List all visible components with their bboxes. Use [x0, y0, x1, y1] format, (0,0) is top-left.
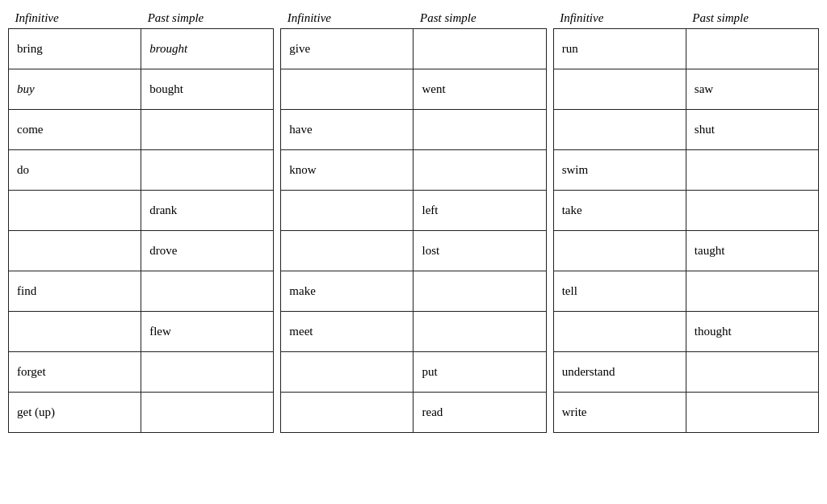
past-simple-cell: [414, 271, 546, 312]
past-simple-cell: brought: [141, 29, 274, 69]
table-row: make: [281, 271, 546, 312]
table-row: understand: [553, 352, 818, 393]
past-simple-cell: [141, 150, 274, 191]
table-row: have: [281, 110, 546, 150]
infinitive-cell: [281, 69, 414, 110]
table-row: buybought: [9, 69, 274, 110]
table-row: give: [281, 29, 546, 69]
past-simple-cell: [141, 110, 274, 150]
infinitive-cell: [281, 393, 414, 433]
past-simple-cell: [686, 191, 818, 231]
past-simple-cell: bought: [141, 69, 274, 110]
past-simple-cell: [686, 393, 818, 433]
table-row: meet: [281, 312, 546, 352]
table-row: left: [281, 191, 546, 231]
tables-container: InfinitivePast simplebringbroughtbuyboug…: [8, 8, 819, 433]
past-simple-cell: [686, 271, 818, 312]
infinitive-cell: [9, 312, 141, 352]
infinitive-cell: [9, 191, 141, 231]
infinitive-cell: run: [553, 29, 686, 69]
past-simple-cell: [414, 110, 546, 150]
infinitive-cell: [553, 312, 686, 352]
infinitive-cell: [281, 231, 414, 271]
past-simple-cell: left: [414, 191, 546, 231]
table-row: put: [281, 352, 546, 393]
past-simple-cell: [141, 352, 274, 393]
table-row: write: [553, 393, 818, 433]
infinitive-cell: buy: [9, 69, 141, 110]
past-simple-cell: [686, 150, 818, 191]
infinitive-cell: tell: [553, 271, 686, 312]
table-row: shut: [553, 110, 818, 150]
past-simple-cell: [686, 29, 818, 69]
table-row: taught: [553, 231, 818, 271]
infinitive-cell: forget: [9, 352, 141, 393]
infinitive-cell: [281, 352, 414, 393]
past-simple-cell: [414, 29, 546, 69]
table-row: do: [9, 150, 274, 191]
past-simple-cell: [686, 352, 818, 393]
header-past-simple-table-3: Past simple: [686, 8, 818, 29]
infinitive-cell: write: [553, 393, 686, 433]
table-row: went: [281, 69, 546, 110]
infinitive-cell: have: [281, 110, 414, 150]
infinitive-cell: come: [9, 110, 141, 150]
table-row: tell: [553, 271, 818, 312]
infinitive-cell: swim: [553, 150, 686, 191]
verb-table-3: InfinitivePast simplerunsawshutswimtaket…: [553, 8, 819, 433]
page-wrapper: InfinitivePast simplebringbroughtbuyboug…: [8, 8, 819, 433]
infinitive-cell: take: [553, 191, 686, 231]
table-row: flew: [9, 312, 274, 352]
past-simple-cell: saw: [686, 69, 818, 110]
verb-table-1: InfinitivePast simplebringbroughtbuyboug…: [8, 8, 274, 433]
infinitive-cell: [553, 231, 686, 271]
infinitive-cell: [9, 231, 141, 271]
infinitive-cell: [553, 69, 686, 110]
infinitive-cell: find: [9, 271, 141, 312]
infinitive-cell: [553, 110, 686, 150]
past-simple-cell: [414, 312, 546, 352]
table-row: find: [9, 271, 274, 312]
table-row: saw: [553, 69, 818, 110]
infinitive-cell: bring: [9, 29, 141, 69]
past-simple-cell: went: [414, 69, 546, 110]
table-row: take: [553, 191, 818, 231]
table-row: forget: [9, 352, 274, 393]
table-row: thought: [553, 312, 818, 352]
past-simple-cell: put: [414, 352, 546, 393]
infinitive-cell: do: [9, 150, 141, 191]
past-simple-cell: drove: [141, 231, 274, 271]
past-simple-cell: taught: [686, 231, 818, 271]
table-separator: [274, 8, 280, 433]
infinitive-cell: understand: [553, 352, 686, 393]
infinitive-cell: meet: [281, 312, 414, 352]
table-row: get (up): [9, 393, 274, 433]
past-simple-cell: drank: [141, 191, 274, 231]
table-row: drove: [9, 231, 274, 271]
past-simple-cell: read: [414, 393, 546, 433]
table-row: read: [281, 393, 546, 433]
header-past-simple-table-2: Past simple: [414, 8, 546, 29]
past-simple-cell: [414, 150, 546, 191]
infinitive-cell: know: [281, 150, 414, 191]
table-row: come: [9, 110, 274, 150]
infinitive-cell: get (up): [9, 393, 141, 433]
past-simple-cell: lost: [414, 231, 546, 271]
header-infinitive-table-2: Infinitive: [281, 8, 414, 29]
verb-table-2: InfinitivePast simplegivewenthaveknowlef…: [280, 8, 546, 433]
header-past-simple-table-1: Past simple: [141, 8, 274, 29]
table-row: run: [553, 29, 818, 69]
past-simple-cell: [141, 271, 274, 312]
past-simple-cell: [141, 393, 274, 433]
past-simple-cell: flew: [141, 312, 274, 352]
table-row: know: [281, 150, 546, 191]
past-simple-cell: thought: [686, 312, 818, 352]
table-row: swim: [553, 150, 818, 191]
past-simple-cell: shut: [686, 110, 818, 150]
infinitive-cell: give: [281, 29, 414, 69]
infinitive-cell: [281, 191, 414, 231]
table-row: lost: [281, 231, 546, 271]
table-row: drank: [9, 191, 274, 231]
header-infinitive-table-1: Infinitive: [9, 8, 141, 29]
table-separator: [547, 8, 553, 433]
